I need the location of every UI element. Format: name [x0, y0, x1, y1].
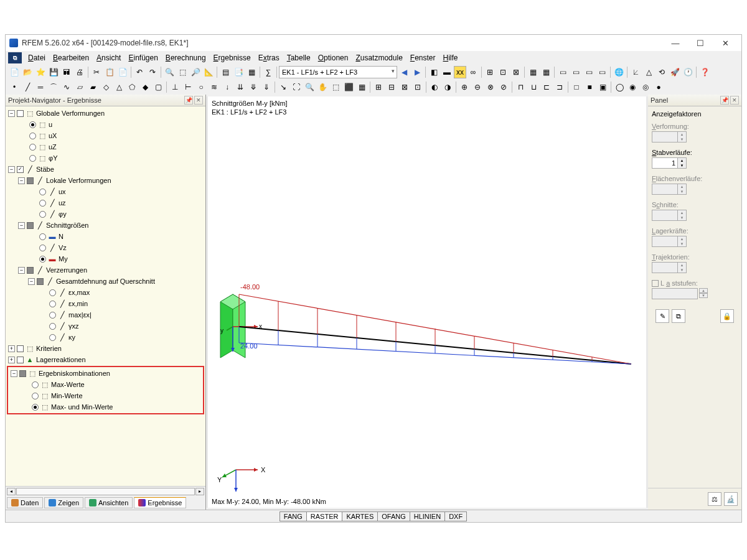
menu-berechnung[interactable]: Berechnung	[162, 52, 210, 63]
exp-staebe[interactable]: −	[8, 166, 15, 173]
status-kartes[interactable]: KARTES	[342, 511, 378, 521]
tree-lokale[interactable]: Lokale Verformungen	[46, 177, 111, 184]
tb2-sup2-icon[interactable]: ⊢	[182, 81, 194, 93]
tb2-zoomall-icon[interactable]: ⛶	[290, 81, 303, 93]
tb2-m1-icon[interactable]: ⊕	[458, 81, 471, 93]
radio-uz[interactable]	[29, 144, 36, 151]
tree-schnitt[interactable]: Schnittgrößen	[46, 222, 88, 229]
tb-new-icon[interactable]: 📄	[8, 66, 21, 78]
tree-lux[interactable]: ux	[59, 188, 66, 195]
chk-verzerr[interactable]	[27, 267, 34, 274]
radio-lux[interactable]	[39, 189, 46, 195]
tb2-persp-icon[interactable]: ⬛	[342, 81, 355, 93]
tb2-c3-icon[interactable]: ◎	[639, 81, 652, 93]
tb-help-icon[interactable]: ❓	[698, 66, 711, 78]
tb-print-icon[interactable]: 🖨	[73, 66, 86, 78]
rp-scope-icon[interactable]: 🔬	[724, 492, 738, 506]
menu-einfuegen[interactable]: Einfügen	[125, 52, 161, 63]
tb-saveall-icon[interactable]: 🖬	[60, 66, 73, 78]
tb-measure-icon[interactable]: 📐	[202, 66, 215, 78]
tb2-e4-icon[interactable]: ◆	[139, 81, 151, 93]
chk-ergkomb[interactable]	[19, 370, 26, 377]
tb2-surface-icon[interactable]: ▱	[73, 81, 86, 93]
tb-layer1-icon[interactable]: ▭	[557, 66, 569, 78]
tb2-r1-icon[interactable]: ⊓	[514, 81, 527, 93]
tree-vz[interactable]: Vz	[59, 244, 67, 251]
tb-a2-icon[interactable]: ⊡	[497, 66, 509, 78]
tree-maxw[interactable]: Max-Werte	[51, 381, 85, 388]
rp-edit-icon[interactable]: ✎	[655, 309, 669, 323]
chk-lager[interactable]	[17, 357, 24, 363]
tree-globale[interactable]: Globale Verformungen	[36, 110, 105, 117]
tb2-v2-icon[interactable]: ◑	[441, 81, 454, 93]
inp-stab[interactable]	[652, 159, 677, 167]
radio-maxex[interactable]	[49, 312, 56, 319]
tree-maxex[interactable]: max|εx|	[68, 311, 92, 319]
scroll-left-icon[interactable]: ◂	[7, 488, 16, 495]
tb-inf-icon[interactable]: ∞	[467, 66, 479, 78]
tb-calc-icon[interactable]: ∑	[262, 66, 275, 78]
tb-table-icon[interactable]: ▦	[245, 66, 258, 78]
tb2-member-icon[interactable]: ═	[34, 81, 47, 93]
tb2-c2-icon[interactable]: ◉	[626, 81, 639, 93]
tb2-pan-icon[interactable]: ✋	[316, 81, 329, 93]
tree-maxmin[interactable]: Max- und Min-Werte	[51, 403, 113, 411]
tb2-l1-icon[interactable]: ↓	[221, 81, 233, 93]
tree-u[interactable]: u	[49, 121, 52, 128]
tb2-l4-icon[interactable]: ⇓	[260, 81, 273, 93]
tb2-l3-icon[interactable]: ⤋	[247, 81, 260, 93]
exp-kriterien[interactable]: +	[8, 345, 15, 352]
radio-gxz[interactable]	[49, 323, 56, 330]
tb2-node-icon[interactable]: •	[8, 81, 21, 93]
status-hlinien[interactable]: HLINIEN	[410, 511, 445, 521]
nav-close-icon[interactable]: ✕	[194, 96, 203, 105]
tab-ansichten[interactable]: Ansichten	[85, 497, 133, 508]
menu-extras[interactable]: Extras	[255, 52, 283, 63]
tb-copy-icon[interactable]: 📋	[103, 66, 116, 78]
tb-next-icon[interactable]: ▶	[411, 66, 423, 78]
rp-balance-icon[interactable]: ⚖	[708, 492, 721, 506]
exp-lager[interactable]: +	[8, 357, 15, 363]
tab-daten[interactable]: Daten	[7, 497, 43, 508]
tb2-f4-icon[interactable]: ⊡	[411, 81, 424, 93]
tb2-line-icon[interactable]: ╱	[21, 81, 34, 93]
tree-verzerr[interactable]: Verzerrungen	[46, 266, 87, 274]
scroll-right-icon[interactable]: ▸	[195, 488, 204, 495]
tb2-p1-icon[interactable]: □	[570, 81, 583, 93]
menu-ergebnisse[interactable]: Ergebnisse	[210, 52, 255, 63]
tb2-e3-icon[interactable]: ⬠	[126, 81, 138, 93]
tb2-c1-icon[interactable]: ◯	[613, 81, 626, 93]
tb-layers-icon[interactable]: ▤	[219, 66, 232, 78]
tb-cut-icon[interactable]: ✂	[90, 66, 103, 78]
tb2-m4-icon[interactable]: ⊘	[497, 81, 510, 93]
chk-globale[interactable]	[17, 110, 24, 117]
tb2-f2-icon[interactable]: ⊟	[385, 81, 398, 93]
chk-lokale[interactable]	[27, 177, 34, 184]
tb-label-icon[interactable]: xx	[454, 66, 466, 78]
navigator-tree[interactable]: − ⬚ Globale Verformungen ⬚u ⬚uX ⬚uZ ⬚φY …	[6, 106, 205, 486]
tb2-m3-icon[interactable]: ⊗	[484, 81, 497, 93]
tree-ergkomb[interactable]: Ergebniskombinationen	[39, 370, 110, 377]
tb-select-icon[interactable]: ⬚	[176, 66, 189, 78]
tb2-v1-icon[interactable]: ◐	[428, 81, 441, 93]
tree-gxz[interactable]: γxz	[68, 322, 79, 330]
tb-grid1-icon[interactable]: ▦	[527, 66, 539, 78]
radio-ux[interactable]	[29, 133, 36, 139]
tree-exmin[interactable]: εx,min	[68, 300, 88, 307]
tb2-e1-icon[interactable]: ◇	[100, 81, 112, 93]
tb2-arrow-icon[interactable]: ↘	[277, 81, 289, 93]
tb-find-icon[interactable]: 🔍	[163, 66, 176, 78]
exp-globale[interactable]: −	[8, 110, 15, 117]
tb2-r3-icon[interactable]: ⊏	[540, 81, 553, 93]
tb-mirror-icon[interactable]: △	[642, 66, 655, 78]
tb2-sup1-icon[interactable]: ⊥	[169, 81, 181, 93]
radio-my[interactable]	[39, 256, 46, 263]
tb-clock-icon[interactable]: 🕐	[682, 66, 694, 78]
tree-luz[interactable]: uz	[59, 199, 66, 207]
tb2-iso-icon[interactable]: ⬚	[329, 81, 342, 93]
tb-layer2-icon[interactable]: ▭	[570, 66, 582, 78]
tree-ux[interactable]: uX	[49, 132, 57, 139]
nav-pin-icon[interactable]: 📌	[184, 96, 193, 105]
tb-undo-icon[interactable]: ↶	[133, 66, 146, 78]
tree-minw[interactable]: Min-Werte	[51, 392, 83, 399]
